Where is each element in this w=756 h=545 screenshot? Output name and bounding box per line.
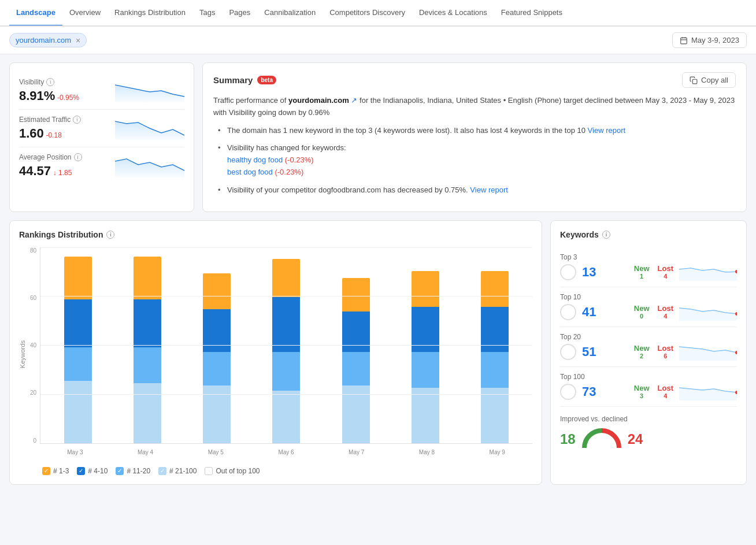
nav-item-cannibalization[interactable]: Cannibalization <box>257 0 323 27</box>
summary-bullets: The domain has 1 new keyword in the top … <box>213 125 736 197</box>
metrics-card: Visibility i 8.91% -0.95% Estimated Traf… <box>9 62 194 212</box>
bottom-row: Rankings Distribution i 80 60 40 20 0 Ke… <box>9 220 747 485</box>
position-change: ↓ 1.85 <box>53 169 72 177</box>
bar-segment-1 <box>481 352 509 388</box>
kw-top20-count: 51 <box>582 344 596 359</box>
kw-top20-new-block: New 2 <box>634 344 650 359</box>
traffic-value: 1.60 <box>19 126 44 140</box>
domain-filter[interactable]: yourdomain.com × <box>9 33 87 47</box>
bar-segment-2 <box>342 312 370 352</box>
view-report-link-1[interactable]: View report <box>588 126 626 135</box>
summary-bullet-1: The domain has 1 new keyword in the top … <box>218 125 736 137</box>
filter-bar: yourdomain.com × May 3-9, 2023 <box>0 27 756 54</box>
y-tick-80: 80 <box>30 247 36 254</box>
domain-label: yourdomain.com <box>16 36 71 45</box>
visibility-info-icon[interactable]: i <box>46 78 54 86</box>
bar-segment-0 <box>134 383 161 443</box>
main-content: Visibility i 8.91% -0.95% Estimated Traf… <box>0 54 756 493</box>
copy-all-button[interactable]: Copy all <box>682 72 736 88</box>
nav-item-landscape[interactable]: Landscape <box>9 0 62 27</box>
x-label-may-8: May 8 <box>392 449 462 455</box>
kw-top20-data: 51 <box>582 344 628 359</box>
legend-color-4-10: ✓ <box>77 467 85 475</box>
kw-top20-section: Top 20 51 New 2 Lost 6 <box>560 327 737 367</box>
kw-top3-new-val: 1 <box>640 273 643 280</box>
kw-top3-lost-label: Lost <box>658 264 673 273</box>
nav-item-overview[interactable]: Overview <box>62 0 108 27</box>
nav-item-featured-snippets[interactable]: Featured Snippets <box>494 0 569 27</box>
position-chart <box>115 154 184 177</box>
bar-segment-1 <box>134 347 161 383</box>
kw-top100-range-label: Top 100 <box>560 373 737 381</box>
keyword-link-best[interactable]: best dog food <box>227 168 273 176</box>
gauge-chart <box>581 428 622 451</box>
kw-top100-lost-val: 4 <box>664 392 667 399</box>
kw-top100-circle <box>560 384 576 400</box>
gridline-25 <box>40 296 532 296</box>
y-tick-60: 60 <box>30 295 36 301</box>
kw-top10-lost-label: Lost <box>658 304 673 313</box>
kw-top3-circle <box>560 264 576 280</box>
distribution-title: Rankings Distribution i <box>19 230 532 239</box>
nav-item-tags[interactable]: Tags <box>192 0 222 27</box>
legend-out-100[interactable]: Out of top 100 <box>205 467 260 475</box>
view-report-link-2[interactable]: View report <box>470 186 508 194</box>
legend-color-out <box>205 467 213 475</box>
bar-segment-3 <box>342 278 370 312</box>
bar-segment-1 <box>203 352 231 385</box>
kw-top100-row: 73 New 3 Lost 4 <box>560 383 737 401</box>
x-label-may-5: May 5 <box>180 449 251 455</box>
kw-top10-data: 41 <box>582 305 628 320</box>
estimated-traffic-metric: Estimated Traffic i 1.60 -0.18 <box>19 110 184 147</box>
bar-segment-3 <box>481 271 509 307</box>
kw-top3-row: 13 New 1 Lost 4 <box>560 264 737 281</box>
legend-label-11-20: # 11-20 <box>127 467 150 475</box>
kw-top10-new-val: 0 <box>640 313 643 320</box>
kw-top20-new-label: New <box>634 344 650 353</box>
kw-top3-count: 13 <box>582 265 596 280</box>
legend-1-3[interactable]: ✓ # 1-3 <box>42 467 69 475</box>
position-label: Average Position <box>19 153 72 161</box>
nav-item-competitors-discovery[interactable]: Competitors Discovery <box>323 0 412 27</box>
bar-segment-2 <box>64 299 92 347</box>
keyword-change-healthy: (-0.23%) <box>285 155 314 164</box>
close-domain-icon[interactable]: × <box>76 36 80 45</box>
bar-group-may-7 <box>323 252 389 443</box>
bar-stack <box>272 252 300 443</box>
bar-segment-3 <box>203 273 231 309</box>
bar-segment-2 <box>272 297 300 352</box>
bar-segment-3 <box>412 271 439 307</box>
keyword-link-healthy[interactable]: healthy dog food <box>227 155 283 164</box>
legend-21-100[interactable]: ✓ # 21-100 <box>158 467 197 475</box>
kw-top10-new-label: New <box>634 304 650 313</box>
nav-item-rankings-distribution[interactable]: Rankings Distribution <box>108 0 192 27</box>
date-range-picker[interactable]: May 3-9, 2023 <box>672 32 747 48</box>
copy-all-label: Copy all <box>701 76 728 84</box>
traffic-info-icon[interactable]: i <box>73 116 81 124</box>
kw-top20-lost-block: Lost 6 <box>658 344 673 359</box>
nav-item-devices-&-locations[interactable]: Devices & Locations <box>412 0 494 27</box>
bar-segment-1 <box>412 352 439 388</box>
bar-group-may-5 <box>184 252 250 443</box>
bar-stack <box>64 252 92 443</box>
bar-segment-1 <box>64 347 92 381</box>
kw-top10-count: 41 <box>582 305 596 319</box>
keywords-title-text: Keywords <box>560 230 599 239</box>
legend-4-10[interactable]: ✓ # 4-10 <box>77 467 108 475</box>
kw-top20-new-val: 2 <box>640 353 643 359</box>
position-info-icon[interactable]: i <box>74 153 82 161</box>
kw-top10-section: Top 10 41 New 0 Lost 4 <box>560 287 737 327</box>
legend-11-20[interactable]: ✓ # 11-20 <box>116 467 150 475</box>
kw-top10-lost-block: Lost 4 <box>658 304 673 320</box>
nav-item-pages[interactable]: Pages <box>222 0 257 27</box>
kw-top100-new-label: New <box>634 384 650 392</box>
x-label-may-4: May 4 <box>110 449 181 455</box>
visibility-chart <box>115 79 184 102</box>
kw-top10-circle <box>560 304 576 320</box>
kw-top100-new-val: 3 <box>640 392 643 399</box>
chart-legend: ✓ # 1-3 ✓ # 4-10 ✓ # 11-20 ✓ # 21-100 <box>19 467 532 475</box>
domain-external-link[interactable]: ↗ <box>351 96 357 105</box>
distribution-info-icon[interactable]: i <box>106 231 114 239</box>
y-axis-label: Keywords <box>19 340 26 368</box>
keywords-info-icon[interactable]: i <box>602 231 610 239</box>
